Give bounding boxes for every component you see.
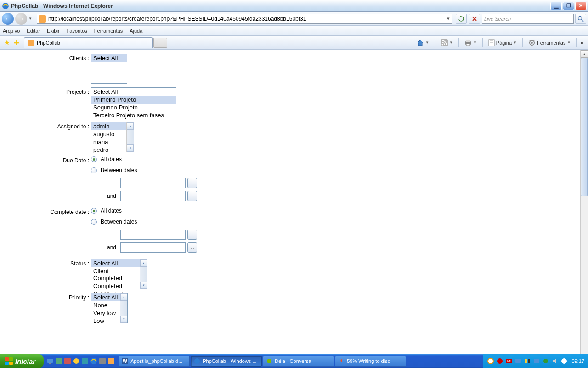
forward-button[interactable]: → [15,13,27,25]
favorites-icon[interactable]: ★ [4,38,10,47]
url-text[interactable]: http://localhost/phpcollab/reports/creat… [47,16,444,22]
list-item[interactable]: Segundo Projeto [91,104,176,111]
quick-launch [44,354,118,368]
completedate-from-input[interactable] [120,230,186,240]
menu-favoritos[interactable]: Favoritos [67,28,87,34]
list-item[interactable]: Select All [91,54,127,62]
taskbar-item-label: Déia - Conversa [275,358,311,364]
tray-icon[interactable] [514,357,522,365]
list-item[interactable]: maria [91,138,126,146]
maximize-button[interactable]: ❐ [563,2,574,10]
duedate-between-radio[interactable] [91,167,97,173]
taskbar-item[interactable]: 59% Writing to disc [335,356,406,367]
listbox-scrollbar[interactable]: ▴▾ [120,293,127,323]
list-item[interactable]: admin [91,122,126,130]
list-item[interactable]: Very low [91,309,120,317]
clock[interactable]: 09:17 [571,358,584,364]
taskbar-item[interactable]: PhpCollab - Windows ... [191,356,262,367]
list-item[interactable]: Terceiro Projeto sem fases [91,111,176,119]
scroll-thumb[interactable] [581,58,588,196]
minimize-button[interactable]: ▁ [550,2,562,10]
duedate-to-input[interactable] [120,191,186,201]
ql-icon[interactable] [73,357,80,365]
svg-rect-30 [515,359,521,363]
search-bar[interactable]: Live Search [482,14,574,24]
taskbar-item[interactable]: W Apostila_phpCollab.d... [119,356,190,367]
address-bar[interactable]: http://localhost/phpcollab/reports/creat… [37,14,452,24]
page-scrollbar[interactable]: ▴ ▾ [580,50,588,365]
back-button[interactable]: ← [2,13,14,25]
list-item[interactable]: Select All [91,88,176,96]
list-item[interactable]: Client Completed [91,267,140,282]
menu-editar[interactable]: Editar [27,28,40,34]
projects-listbox[interactable]: Select All Primeiro Projeto Segundo Proj… [91,87,176,118]
assigned-listbox[interactable]: admin augusto maria pedro ▴▾ [91,122,134,152]
menu-exibir[interactable]: Exibir [47,28,60,34]
taskbar-item[interactable]: Déia - Conversa [263,356,334,367]
tray-icon[interactable] [487,357,494,365]
completedate-to-picker[interactable]: ... [187,242,197,253]
home-button[interactable]: ▼ [415,38,431,47]
duedate-all-radio[interactable] [91,156,97,162]
window-titlebar: PhpCollab - Windows Internet Explorer ▁ … [0,0,588,12]
tools-button[interactable]: Ferramentas▼ [526,38,572,47]
tray-icon[interactable] [542,357,549,365]
ql-icon[interactable] [90,357,97,365]
tray-icon[interactable] [551,357,559,365]
menu-ferramentas[interactable]: Ferramentas [94,28,123,34]
status-listbox[interactable]: Select All Client Completed Completed No… [91,259,147,289]
ql-icon[interactable] [81,357,89,365]
tray-icon[interactable] [560,357,568,365]
list-item[interactable]: Low [91,317,120,325]
completedate-all-radio[interactable] [91,208,97,214]
browser-tab[interactable]: PhpCollab [24,37,153,48]
completedate-label: Complete date : [0,207,91,255]
duedate-from-input[interactable] [120,178,186,188]
tray-icon[interactable] [533,357,540,365]
ql-icon[interactable] [64,357,71,365]
menu-arquivo[interactable]: Arquivo [3,28,20,34]
refresh-button[interactable] [456,14,467,24]
list-item[interactable]: augusto [91,130,126,138]
priority-listbox[interactable]: Select All None Very low Low ▴▾ [91,293,128,323]
clients-listbox[interactable]: Select All [91,54,127,84]
start-button[interactable]: Iniciar [0,354,44,368]
add-favorite-icon[interactable]: ✚ [14,39,19,46]
new-tab-button[interactable] [153,38,167,48]
list-item[interactable]: Select All [91,293,120,301]
completedate-to-input[interactable] [120,242,186,253]
ql-icon[interactable] [99,357,106,365]
completedate-from-picker[interactable]: ... [187,230,197,240]
completedate-between-radio[interactable] [91,219,97,225]
toolbar-overflow[interactable]: » [580,40,583,46]
svg-rect-3 [441,39,448,46]
tray-icon[interactable] [496,357,503,365]
duedate-from-picker[interactable]: ... [187,178,197,188]
menu-ajuda[interactable]: Ajuda [130,28,142,34]
list-item[interactable]: Select All [91,259,140,267]
listbox-scrollbar[interactable]: ▴▾ [140,259,147,289]
tray-icon[interactable] [524,357,531,365]
list-item[interactable]: pedro [91,146,126,154]
list-item[interactable]: None [91,301,120,309]
nav-history-dropdown[interactable]: ▼ [28,17,34,21]
url-dropdown[interactable]: ▾ [444,16,452,22]
stop-button[interactable] [469,14,480,24]
page-button[interactable]: Página▼ [486,38,519,47]
ql-icon[interactable] [55,357,62,365]
assigned-label: Assigned to : [0,122,91,152]
duedate-to-picker[interactable]: ... [187,191,197,201]
listbox-scrollbar[interactable]: ▴▾ [126,122,134,152]
ql-icon[interactable] [46,357,54,365]
ql-icon[interactable] [107,357,115,365]
tray-icon[interactable]: ATI [505,357,513,365]
scroll-up-button[interactable]: ▴ [581,50,588,58]
close-button[interactable]: ✕ [575,2,587,10]
svg-rect-7 [466,44,470,46]
feeds-button[interactable]: ▼ [439,38,455,47]
print-button[interactable]: ▼ [463,38,479,47]
completedate-and-label: and [105,244,119,251]
list-item[interactable]: Completed [91,282,140,290]
list-item[interactable]: Primeiro Projeto [91,96,176,104]
search-button[interactable] [575,14,586,24]
